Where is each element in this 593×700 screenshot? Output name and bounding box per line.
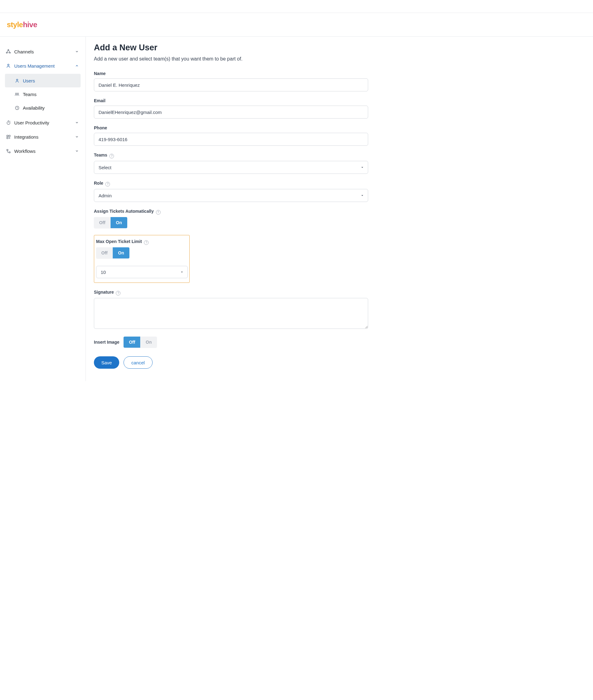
max-open-value[interactable] — [96, 266, 188, 278]
insert-image-group: Insert Image Off On — [94, 337, 368, 348]
svg-point-1 — [6, 52, 7, 53]
sidebar: Channels Users Management — [0, 37, 86, 381]
insert-image-off[interactable]: Off — [124, 337, 140, 348]
chevron-down-icon — [74, 134, 79, 139]
top-spacer — [0, 0, 593, 13]
sidebar-item-label: User Productivity — [14, 120, 74, 125]
sidebar-item-label: Channels — [14, 49, 74, 54]
form-buttons: Save cancel — [94, 356, 368, 369]
sidebar-item-users-management[interactable]: Users Management — [5, 59, 81, 72]
sidebar-subitem-label: Teams — [23, 92, 36, 97]
sidebar-subitem-users[interactable]: Users — [5, 74, 81, 87]
max-open-label: Max Open Ticket Limit ? — [96, 239, 188, 245]
assign-auto-label-text: Assign Tickets Automatically — [94, 209, 154, 214]
role-select-value[interactable] — [94, 189, 368, 202]
sidebar-item-integrations[interactable]: Integrations — [5, 131, 81, 143]
help-icon[interactable]: ? — [105, 182, 110, 187]
max-open-select[interactable] — [96, 266, 188, 278]
insert-image-label: Insert Image — [94, 340, 119, 344]
chevron-down-icon — [74, 120, 79, 125]
email-group: Email — [94, 98, 368, 119]
cancel-button[interactable]: cancel — [124, 356, 152, 369]
teams-select-value[interactable] — [94, 161, 368, 174]
workflows-icon — [6, 148, 11, 154]
role-select[interactable] — [94, 189, 368, 202]
email-input[interactable] — [94, 106, 368, 119]
teams-icon — [14, 91, 20, 97]
clock-icon — [14, 105, 20, 111]
sidebar-item-workflows[interactable]: Workflows — [5, 145, 81, 157]
assign-auto-on[interactable]: On — [111, 217, 127, 228]
svg-point-4 — [16, 79, 18, 81]
name-label: Name — [94, 71, 368, 76]
name-group: Name — [94, 71, 368, 91]
svg-point-0 — [8, 49, 9, 50]
sidebar-item-user-productivity[interactable]: User Productivity — [5, 116, 81, 129]
teams-group: Teams ? — [94, 153, 368, 174]
page-description: Add a new user and select team(s) that y… — [94, 56, 368, 62]
svg-point-2 — [9, 52, 10, 53]
svg-point-5 — [15, 93, 16, 94]
max-open-label-text: Max Open Ticket Limit — [96, 239, 142, 244]
sidebar-subitem-label: Availability — [23, 105, 45, 111]
max-open-ticket-box: Max Open Ticket Limit ? Off On — [94, 235, 190, 283]
teams-label-text: Teams — [94, 153, 107, 158]
svg-rect-9 — [6, 135, 8, 136]
integrations-icon — [6, 134, 11, 139]
sidebar-item-channels[interactable]: Channels — [5, 45, 81, 58]
svg-rect-10 — [9, 135, 10, 136]
svg-point-6 — [17, 93, 18, 94]
users-management-subnav: Users Teams Availability — [5, 74, 81, 115]
phone-input[interactable] — [94, 133, 368, 146]
phone-label: Phone — [94, 125, 368, 130]
svg-rect-12 — [6, 149, 8, 150]
role-label: Role ? — [94, 181, 368, 187]
signature-group: Signature ? — [94, 290, 368, 330]
insert-image-toggle: Off On — [124, 337, 157, 348]
sidebar-item-label: Integrations — [14, 134, 74, 139]
user-icon — [14, 78, 20, 83]
assign-auto-toggle: Off On — [94, 217, 127, 228]
sidebar-subitem-teams[interactable]: Teams — [5, 87, 81, 101]
role-group: Role ? — [94, 181, 368, 202]
chevron-down-icon — [74, 49, 79, 54]
max-open-on[interactable]: On — [113, 247, 129, 258]
svg-point-3 — [8, 64, 9, 66]
channels-icon — [6, 49, 11, 54]
header: stylehive — [0, 13, 593, 37]
help-icon[interactable]: ? — [156, 210, 161, 215]
email-label: Email — [94, 98, 368, 103]
main-content: Add a New User Add a new user and select… — [86, 37, 376, 381]
page-title: Add a New User — [94, 43, 368, 52]
insert-image-on[interactable]: On — [140, 337, 157, 348]
sidebar-item-label: Users Management — [14, 63, 74, 69]
signature-input[interactable] — [94, 298, 368, 329]
help-icon[interactable]: ? — [109, 154, 114, 158]
signature-label-text: Signature — [94, 290, 114, 295]
sidebar-item-label: Workflows — [14, 149, 74, 154]
max-open-toggle: Off On — [96, 247, 129, 258]
assign-auto-group: Assign Tickets Automatically ? Off On — [94, 209, 368, 228]
users-management-icon — [6, 63, 11, 69]
help-icon[interactable]: ? — [116, 291, 120, 295]
assign-auto-off[interactable]: Off — [94, 217, 111, 228]
teams-select[interactable] — [94, 161, 368, 174]
max-open-off[interactable]: Off — [96, 247, 113, 258]
role-label-text: Role — [94, 181, 103, 186]
sidebar-subitem-label: Users — [23, 78, 35, 83]
name-input[interactable] — [94, 78, 368, 91]
teams-label: Teams ? — [94, 153, 368, 158]
productivity-icon — [6, 120, 11, 125]
logo: stylehive — [7, 20, 37, 29]
logo-part2: hive — [23, 20, 37, 29]
assign-auto-label: Assign Tickets Automatically ? — [94, 209, 368, 215]
signature-label: Signature ? — [94, 290, 368, 295]
svg-rect-11 — [6, 137, 8, 139]
save-button[interactable]: Save — [94, 356, 119, 369]
chevron-up-icon — [74, 63, 79, 68]
help-icon[interactable]: ? — [144, 240, 149, 245]
phone-group: Phone — [94, 125, 368, 146]
sidebar-subitem-availability[interactable]: Availability — [5, 101, 81, 115]
chevron-down-icon — [74, 149, 79, 154]
logo-part1: style — [7, 20, 23, 29]
